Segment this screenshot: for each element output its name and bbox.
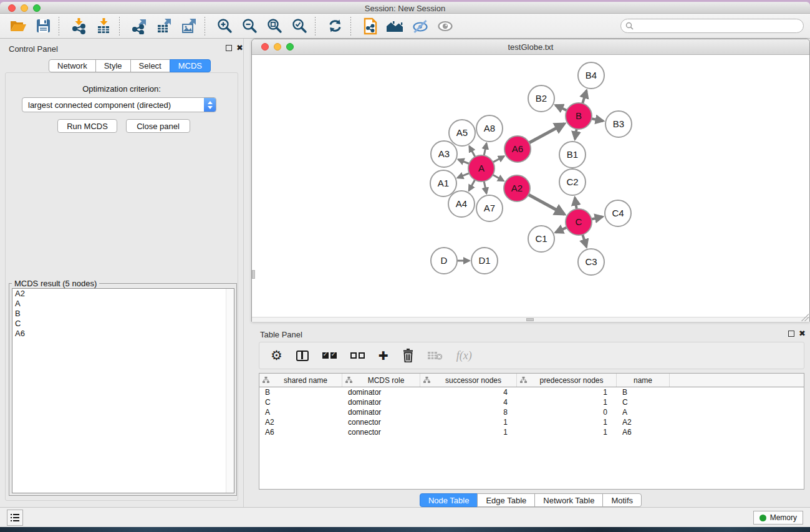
delete-column-icon[interactable] (402, 349, 414, 362)
import-network-icon[interactable] (68, 16, 89, 36)
save-session-icon[interactable] (32, 16, 54, 36)
graph-edge-C-C3[interactable] (582, 235, 586, 247)
deselect-all-icon[interactable] (350, 352, 365, 359)
graph-node-A7[interactable]: A7 (476, 195, 503, 221)
graph-node-A1[interactable]: A1 (430, 170, 456, 196)
run-mcds-button[interactable]: Run MCDS (57, 119, 117, 133)
table-row[interactable]: Adominator80A (259, 407, 804, 417)
graph-node-B1[interactable]: B1 (559, 142, 586, 168)
graph-edge-B-B2[interactable] (556, 105, 567, 110)
close-panel-icon[interactable]: ✖ (236, 44, 243, 52)
graph-edge-A6-B[interactable] (529, 123, 564, 143)
graph-edge-A-A1[interactable] (458, 173, 470, 178)
tab-edge-table[interactable]: Edge Table (477, 493, 535, 507)
graph-node-B[interactable]: B (566, 103, 592, 129)
column-header-successor-nodes[interactable]: successor nodes (420, 374, 517, 387)
split-view-icon[interactable] (296, 351, 309, 361)
result-list-item[interactable]: C (12, 319, 234, 329)
graph-node-A6[interactable]: A6 (504, 136, 531, 162)
graph-edge-A-A2[interactable] (493, 175, 503, 181)
column-header-MCDS-role[interactable]: MCDS role (342, 374, 420, 387)
window-resize-grip[interactable] (801, 314, 809, 321)
graph-edge-B-B1[interactable] (575, 129, 577, 139)
graph-edge-A2-C[interactable] (528, 195, 564, 214)
memory-button[interactable]: Memory (753, 511, 803, 525)
search-field[interactable] (620, 19, 804, 33)
select-all-icon[interactable] (322, 352, 337, 359)
table-row[interactable]: Bdominator41B (259, 387, 804, 397)
network-hscroll[interactable] (252, 317, 809, 322)
graph-node-C4[interactable]: C4 (605, 200, 631, 226)
graph-node-C[interactable]: C (566, 209, 592, 235)
zoom-in-icon[interactable] (214, 16, 235, 36)
graph-node-A4[interactable]: A4 (448, 191, 475, 217)
graph-edge-C-C4[interactable] (591, 216, 602, 219)
result-list-item[interactable]: A2 (12, 289, 234, 299)
graph-node-D[interactable]: D (431, 248, 457, 274)
network-window-titlebar[interactable]: testGlobe.txt (252, 39, 809, 55)
graph-node-A3[interactable]: A3 (431, 141, 457, 167)
graph-node-B3[interactable]: B3 (605, 111, 632, 137)
export-table-icon[interactable] (153, 16, 175, 36)
result-list-item[interactable]: A (12, 299, 234, 309)
criterion-dropdown[interactable]: largest connected component (directed) (22, 97, 216, 112)
result-list-scrollbar[interactable] (226, 289, 234, 493)
table-float-icon[interactable] (788, 331, 794, 337)
zoom-selected-icon[interactable] (289, 16, 310, 36)
graph-node-D1[interactable]: D1 (471, 248, 498, 274)
share-session-icon[interactable] (360, 16, 381, 36)
table-row[interactable]: A6connector11A6 (259, 427, 804, 437)
close-panel-button[interactable]: Close panel (126, 119, 190, 133)
add-column-icon[interactable]: ✚ (378, 349, 388, 362)
table-close-icon[interactable]: ✖ (799, 330, 806, 337)
home-icon[interactable] (385, 16, 406, 36)
graph-node-A[interactable]: A (468, 155, 494, 181)
tab-style[interactable]: Style (95, 59, 131, 72)
open-file-icon[interactable] (7, 16, 29, 36)
float-panel-icon[interactable] (226, 45, 232, 51)
export-network-icon[interactable] (128, 16, 150, 36)
tab-select[interactable]: Select (130, 59, 170, 72)
node-table[interactable]: shared nameMCDS rolesuccessor nodesprede… (259, 373, 804, 490)
tab-network-table[interactable]: Network Table (534, 493, 603, 507)
network-vscroll-thumb[interactable] (252, 270, 255, 279)
graph-node-C2[interactable]: C2 (559, 169, 586, 195)
hide-annotations-icon[interactable] (410, 16, 431, 36)
zoom-fit-icon[interactable] (264, 16, 285, 36)
result-list-item[interactable]: B (12, 309, 234, 319)
graph-edge-B-B4[interactable] (582, 90, 586, 104)
task-history-icon[interactable] (7, 510, 23, 526)
export-image-icon[interactable] (178, 16, 200, 36)
graph-edge-A-A7[interactable] (484, 181, 486, 194)
graph-node-B4[interactable]: B4 (578, 62, 604, 89)
tab-mcds[interactable]: MCDS (170, 59, 211, 72)
column-header-name[interactable]: name (617, 374, 670, 387)
network-canvas[interactable]: AA1A2A3A4A5A6A7A8BB1B2B3B4CC1C2C3C4DD1 (252, 55, 809, 322)
tab-motifs[interactable]: Motifs (602, 493, 642, 507)
graph-edge-C-C1[interactable] (556, 228, 567, 233)
mcds-result-list[interactable]: A2ABCA6 (12, 288, 234, 493)
graph-edge-A-A5[interactable] (470, 146, 475, 157)
tab-network[interactable]: Network (49, 59, 96, 72)
column-header-shared-name[interactable]: shared name (259, 374, 342, 387)
graph-edge-A-A8[interactable] (484, 143, 486, 156)
graph-node-A2[interactable]: A2 (504, 175, 530, 201)
import-table-icon[interactable] (93, 16, 114, 36)
graph-edge-A-A3[interactable] (458, 160, 470, 164)
graph-edge-B-B3[interactable] (592, 118, 604, 121)
graph-node-C3[interactable]: C3 (578, 249, 604, 275)
result-list-item[interactable]: A6 (12, 329, 234, 339)
table-row[interactable]: Cdominator41C (259, 397, 804, 407)
table-row[interactable]: A2connector11A2 (259, 417, 804, 427)
graph-edge-A-A4[interactable] (469, 180, 475, 190)
graph-node-B2[interactable]: B2 (528, 85, 554, 112)
graph-node-A8[interactable]: A8 (476, 115, 503, 142)
graph-edge-C-C2[interactable] (575, 198, 577, 209)
search-input[interactable] (634, 22, 803, 31)
graph-node-A5[interactable]: A5 (449, 120, 475, 146)
refresh-icon[interactable] (324, 16, 345, 36)
show-eye-icon[interactable] (435, 16, 456, 36)
graph-node-C1[interactable]: C1 (528, 226, 554, 252)
graph-edge-A-A6[interactable] (493, 157, 504, 163)
column-header-predecessor-nodes[interactable]: predecessor nodes (517, 374, 617, 387)
